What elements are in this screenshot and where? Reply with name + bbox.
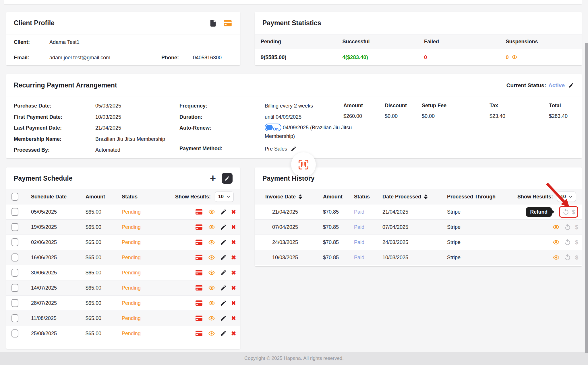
show-results-select[interactable]: 10 (215, 192, 234, 202)
delete-icon[interactable]: ✖ (231, 239, 236, 245)
delete-icon[interactable]: ✖ (231, 285, 236, 291)
column-failed: Failed (418, 39, 500, 45)
payment-schedule-card: Payment Schedule + Schedule Date Amount … (6, 167, 240, 349)
first-payment-label: First Payment Date: (14, 114, 62, 120)
processed-through-cell: Stripe (447, 239, 504, 245)
delete-icon[interactable]: ✖ (231, 315, 236, 321)
row-checkbox[interactable] (11, 208, 18, 216)
edit-icon[interactable] (220, 315, 227, 322)
copyright-text: Copyright © 2025 Hapana. All rights rese… (244, 356, 344, 361)
edit-icon[interactable] (220, 224, 227, 231)
row-checkbox[interactable] (11, 284, 18, 292)
add-payment-icon[interactable]: + (210, 173, 216, 184)
charge-card-icon[interactable] (195, 254, 203, 261)
row-checkbox[interactable] (11, 223, 18, 231)
delete-icon[interactable]: ✖ (231, 224, 236, 230)
view-icon[interactable] (552, 239, 560, 246)
view-icon[interactable] (552, 254, 560, 261)
bulk-edit-button[interactable] (222, 173, 233, 184)
edit-icon[interactable] (220, 208, 227, 215)
last-payment-label: Last Payment Date: (14, 125, 62, 131)
edit-payment-method-icon[interactable] (291, 146, 297, 152)
scrollbar[interactable] (585, 43, 588, 353)
charge-icon[interactable]: $ (575, 239, 578, 246)
column-date-processed[interactable]: Date Processed (382, 194, 447, 200)
table-row: 11/08/2025 $65.00 Pending ✖ (6, 311, 240, 326)
schedule-date-cell: 16/06/2025 (31, 255, 86, 261)
charge-card-icon[interactable] (195, 223, 203, 231)
view-icon[interactable] (208, 224, 216, 231)
view-icon[interactable] (208, 239, 216, 246)
refund-icon[interactable] (564, 223, 571, 231)
barcode-scan-button[interactable] (291, 152, 316, 177)
edit-icon[interactable] (220, 239, 227, 246)
document-icon[interactable] (209, 19, 217, 27)
charge-card-icon[interactable] (195, 284, 203, 292)
delete-icon[interactable]: ✖ (231, 255, 236, 260)
table-row: 30/06/2025 $65.00 Pending ✖ (6, 265, 240, 280)
status-cell: Paid (354, 209, 382, 215)
date-processed-cell: 07/04/2025 (382, 224, 447, 230)
processed-through-cell: Stripe (447, 224, 504, 230)
charge-card-icon[interactable] (195, 269, 203, 276)
charge-card-icon[interactable] (195, 208, 203, 216)
auto-renew-toggle[interactable]: On (265, 124, 281, 131)
column-amount: Amount (323, 194, 354, 200)
refund-icon[interactable] (564, 239, 571, 246)
table-row: 21/04/2025 $70.85 Paid 21/04/2025 Stripe… (255, 204, 582, 220)
delete-icon[interactable]: ✖ (231, 209, 236, 215)
schedule-table-header: Schedule Date Amount Status Show Results… (6, 189, 240, 204)
delete-icon[interactable]: ✖ (231, 300, 236, 306)
schedule-date-cell: 05/05/2025 (31, 209, 86, 215)
view-suspensions-icon[interactable] (511, 54, 518, 60)
row-checkbox[interactable] (11, 269, 18, 277)
select-all-checkbox[interactable] (11, 193, 18, 201)
membership-name-value: Brazilian Jiu Jitsu Membership (95, 136, 165, 142)
footer: Copyright © 2025 Hapana. All rights rese… (0, 352, 588, 365)
row-checkbox[interactable] (11, 253, 18, 261)
view-icon[interactable] (208, 254, 216, 261)
status-cell: Pending (122, 209, 165, 215)
column-pending: Pending (255, 39, 337, 45)
refund-icon[interactable] (564, 254, 571, 261)
tax-header: Tax (490, 103, 505, 109)
view-icon[interactable] (208, 208, 216, 215)
charge-icon[interactable]: $ (575, 224, 578, 231)
row-checkbox[interactable] (11, 314, 18, 322)
charge-card-icon[interactable] (195, 330, 203, 337)
status-cell: Pending (122, 224, 165, 230)
row-checkbox[interactable] (11, 238, 18, 246)
row-checkbox[interactable] (11, 329, 18, 337)
view-icon[interactable] (552, 224, 560, 231)
edit-icon[interactable] (220, 254, 227, 261)
client-value: Adama Test1 (49, 39, 136, 45)
edit-icon[interactable] (220, 300, 227, 307)
view-icon[interactable] (208, 269, 216, 276)
view-icon[interactable] (208, 300, 216, 307)
column-invoice-date[interactable]: Invoice Date (255, 194, 323, 200)
view-icon[interactable] (208, 330, 216, 337)
row-checkbox[interactable] (11, 299, 18, 307)
last-payment-value: 21/04/2025 (95, 125, 121, 131)
sort-icon[interactable] (424, 194, 428, 199)
edit-icon[interactable] (220, 269, 227, 276)
delete-icon[interactable]: ✖ (231, 331, 236, 336)
purchase-date-label: Purchase Date: (14, 103, 51, 109)
table-row: 07/04/2025 $70.85 Paid 07/04/2025 Stripe… (255, 220, 582, 235)
edit-status-icon[interactable] (568, 82, 574, 88)
payment-card-icon[interactable] (223, 19, 233, 28)
edit-icon[interactable] (220, 284, 227, 291)
delete-icon[interactable]: ✖ (231, 270, 236, 276)
edit-icon[interactable] (220, 330, 227, 337)
amount-cell: $70.85 (323, 239, 354, 245)
tax-value: $23.40 (490, 113, 505, 119)
history-table-header: Invoice Date Amount Status Date Processe… (255, 189, 582, 204)
view-icon[interactable] (208, 284, 216, 291)
charge-card-icon[interactable] (195, 315, 203, 322)
view-icon[interactable] (208, 315, 216, 322)
client-label: Client: (14, 39, 49, 45)
charge-icon[interactable]: $ (575, 254, 578, 261)
sort-icon[interactable] (299, 194, 302, 199)
charge-card-icon[interactable] (195, 239, 203, 246)
charge-card-icon[interactable] (195, 299, 203, 307)
